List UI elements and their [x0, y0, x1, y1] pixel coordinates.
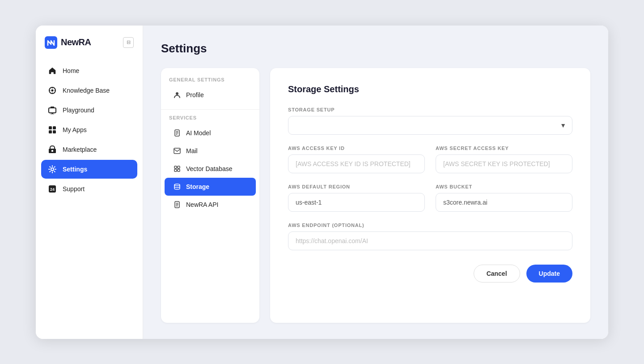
svg-rect-14	[53, 130, 56, 133]
svg-rect-26	[174, 166, 177, 168]
aws-region-col: AWS DEFAULT REGION	[288, 184, 425, 212]
storage-settings-panel: Storage Settings Storage Setup AWS S3 Go…	[270, 68, 590, 323]
settings-nav-label-mail: Mail	[186, 147, 198, 154]
sidebar-toggle-button[interactable]: ⊟	[123, 37, 134, 48]
sidebar: NewRA ⊟ Home	[36, 26, 143, 339]
sidebar-item-home[interactable]: Home	[41, 61, 137, 80]
my-apps-icon	[47, 125, 57, 135]
svg-rect-12	[53, 126, 56, 129]
cancel-button[interactable]: Cancel	[474, 265, 520, 283]
svg-rect-13	[49, 130, 52, 133]
settings-nav-item-storage[interactable]: Storage	[165, 178, 256, 196]
svg-rect-27	[178, 166, 180, 168]
sidebar-item-label-marketplace: Marketplace	[63, 146, 97, 153]
ai-model-icon	[173, 128, 182, 137]
aws-bucket-label: AWS BUCKET	[436, 184, 572, 189]
sidebar-item-playground[interactable]: Playground	[41, 101, 137, 120]
aws-region-bucket-row: AWS DEFAULT REGION AWS BUCKET	[288, 184, 572, 212]
sidebar-item-marketplace[interactable]: Marketplace	[41, 140, 137, 159]
storage-setup-select-wrapper: AWS S3 Google Cloud Azure Blob ▼	[288, 116, 572, 135]
sidebar-item-knowledge-base[interactable]: Knowledge Base	[41, 81, 137, 100]
sidebar-item-label-knowledge-base: Knowledge Base	[63, 87, 110, 94]
marketplace-icon	[47, 145, 57, 154]
aws-keys-row: AWS ACCESS KEY ID AWS SECRET ACCESS KEY	[288, 146, 572, 173]
svg-point-17	[51, 168, 54, 171]
settings-nav-label-profile: Profile	[186, 91, 204, 98]
aws-endpoint-input[interactable]	[288, 231, 572, 250]
mail-icon	[173, 146, 182, 155]
settings-nav-item-ai-model[interactable]: AI Model	[165, 124, 256, 142]
knowledge-base-icon	[47, 86, 57, 95]
app-name: NewRA	[61, 37, 91, 47]
aws-region-label: AWS DEFAULT REGION	[288, 184, 425, 189]
settings-nav-panel: GENERAL SETTINGS Profile SERVICES	[161, 68, 259, 323]
aws-endpoint-group: AWS ENDPOINT (optional)	[288, 223, 572, 250]
settings-nav-item-mail[interactable]: Mail	[165, 142, 256, 160]
vector-database-icon	[173, 164, 182, 173]
aws-key-id-label: AWS ACCESS KEY ID	[288, 146, 425, 151]
aws-bucket-input[interactable]	[436, 193, 572, 212]
person-icon	[173, 90, 182, 99]
aws-secret-label: AWS SECRET ACCESS KEY	[436, 146, 572, 151]
sidebar-item-settings[interactable]: Settings	[41, 160, 137, 179]
settings-nav-label-vector-database: Vector Database	[186, 165, 233, 172]
form-actions: Cancel Update	[288, 265, 572, 283]
sidebar-item-label-my-apps: My Apps	[63, 126, 87, 133]
sidebar-item-my-apps[interactable]: My Apps	[41, 120, 137, 139]
storage-setup-label: Storage Setup	[288, 107, 572, 112]
update-button[interactable]: Update	[526, 265, 572, 283]
logo-area: NewRA ⊟	[36, 36, 143, 61]
aws-key-id-input[interactable]	[288, 154, 425, 173]
aws-secret-input[interactable]	[436, 154, 572, 173]
storage-settings-title: Storage Settings	[288, 84, 572, 94]
aws-key-id-col: AWS ACCESS KEY ID	[288, 146, 425, 173]
svg-rect-28	[174, 169, 177, 171]
playground-icon	[47, 105, 57, 115]
svg-point-2	[51, 89, 54, 91]
svg-rect-16	[51, 150, 53, 152]
home-icon	[47, 66, 57, 76]
services-label: SERVICES	[161, 115, 259, 124]
settings-nav-item-newra-api[interactable]: NewRA API	[165, 196, 256, 214]
general-settings-label: GENERAL SETTINGS	[161, 77, 259, 86]
svg-rect-11	[49, 126, 52, 129]
settings-nav-item-profile[interactable]: Profile	[165, 86, 256, 104]
newra-logo-icon	[45, 36, 57, 49]
sidebar-item-label-settings: Settings	[63, 166, 87, 173]
sidebar-item-label-playground: Playground	[63, 107, 94, 114]
sidebar-item-label-support: Support	[63, 185, 85, 193]
settings-nav-label-ai-model: AI Model	[186, 129, 211, 137]
aws-bucket-col: AWS BUCKET	[436, 184, 572, 212]
storage-setup-select[interactable]: AWS S3 Google Cloud Azure Blob	[288, 116, 572, 135]
sidebar-navigation: Home Knowledge Base	[36, 61, 143, 198]
app-window: NewRA ⊟ Home	[36, 26, 608, 339]
api-icon	[173, 200, 182, 209]
sidebar-item-label-home: Home	[63, 67, 79, 74]
settings-body: GENERAL SETTINGS Profile SERVICES	[161, 68, 590, 323]
sidebar-item-support[interactable]: 24 Support	[41, 180, 137, 198]
aws-region-input[interactable]	[288, 193, 425, 212]
settings-divider	[161, 109, 259, 110]
settings-nav-label-newra-api: NewRA API	[186, 201, 218, 208]
settings-nav-label-storage: Storage	[186, 183, 209, 190]
storage-setup-group: Storage Setup AWS S3 Google Cloud Azure …	[288, 107, 572, 135]
settings-nav-item-vector-database[interactable]: Vector Database	[165, 160, 256, 178]
svg-rect-7	[49, 108, 56, 113]
svg-rect-29	[178, 169, 180, 171]
settings-icon	[47, 164, 57, 174]
svg-text:24: 24	[50, 187, 55, 192]
main-content: Settings GENERAL SETTINGS Profile SERVI	[143, 26, 608, 339]
aws-endpoint-label: AWS ENDPOINT (optional)	[288, 223, 572, 228]
aws-secret-col: AWS SECRET ACCESS KEY	[436, 146, 572, 173]
page-title: Settings	[161, 42, 590, 56]
svg-rect-25	[174, 148, 180, 154]
support-icon: 24	[47, 184, 57, 194]
svg-point-20	[176, 92, 178, 95]
storage-icon	[173, 182, 182, 191]
svg-rect-8	[51, 107, 54, 108]
